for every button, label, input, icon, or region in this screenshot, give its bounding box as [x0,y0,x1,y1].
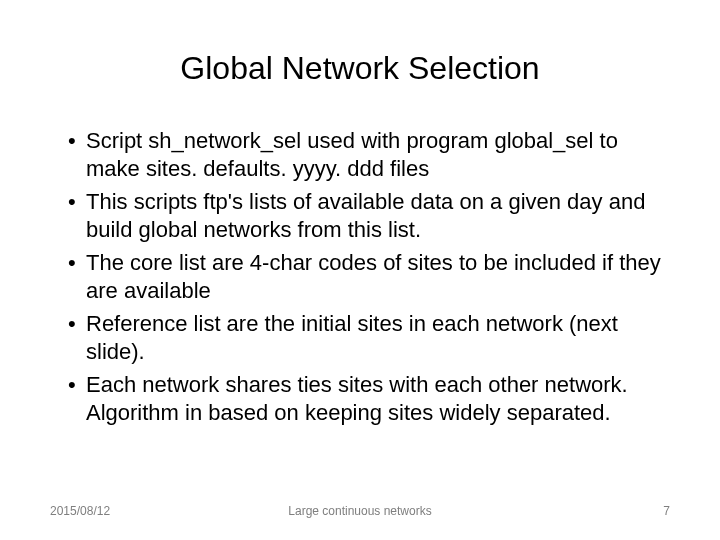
list-item: The core list are 4-char codes of sites … [68,249,670,304]
list-item: Each network shares ties sites with each… [68,371,670,426]
list-item: This scripts ftp's lists of available da… [68,188,670,243]
slide-body: Script sh_network_sel used with program … [50,127,670,426]
footer-date: 2015/08/12 [50,504,110,518]
slide: Global Network Selection Script sh_netwo… [0,0,720,540]
bullet-list: Script sh_network_sel used with program … [50,127,670,426]
slide-title: Global Network Selection [50,50,670,87]
page-number: 7 [663,504,670,518]
list-item: Reference list are the initial sites in … [68,310,670,365]
list-item: Script sh_network_sel used with program … [68,127,670,182]
footer: 2015/08/12 Large continuous networks 7 [0,504,720,518]
